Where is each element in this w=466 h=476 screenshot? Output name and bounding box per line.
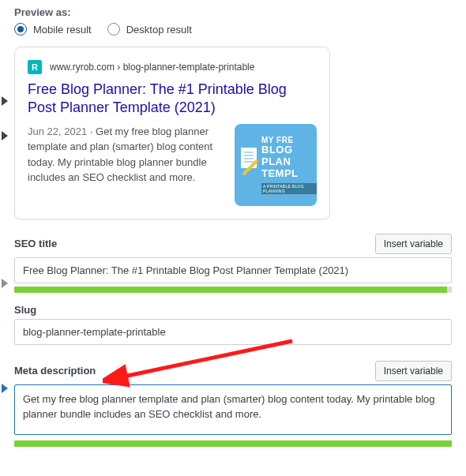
insert-variable-button[interactable]: Insert variable: [375, 361, 452, 381]
search-preview-card: R www.ryrob.com › blog-planner-template-…: [14, 47, 330, 219]
collapse-toggle-icon[interactable]: [2, 96, 8, 106]
favicon-icon: R: [28, 60, 42, 74]
seo-title-input[interactable]: [14, 257, 452, 283]
separator: ·: [90, 126, 96, 137]
collapse-toggle-icon[interactable]: [2, 384, 8, 393]
preview-title-link[interactable]: Free Blog Planner: The #1 Printable Blog…: [28, 81, 317, 118]
breadcrumb: www.ryrob.com › blog-planner-template-pr…: [50, 62, 254, 73]
mobile-result-radio[interactable]: Mobile result: [14, 23, 92, 36]
radio-checked-icon: [14, 23, 27, 36]
insert-variable-button[interactable]: Insert variable: [375, 234, 452, 254]
radio-label: Desktop result: [126, 24, 192, 36]
seo-title-progress: [14, 287, 452, 293]
preview-thumbnail: MY FRE BLOG PLAN TEMPL A PRINTABLE BLOG …: [235, 124, 317, 206]
meta-description-input[interactable]: [14, 384, 452, 435]
collapse-toggle-icon[interactable]: [2, 279, 8, 288]
slug-input[interactable]: [14, 319, 452, 345]
radio-unchecked-icon: [107, 23, 120, 36]
collapse-toggle-icon[interactable]: [2, 131, 8, 141]
meta-description-field: Meta description Insert variable: [14, 361, 452, 447]
preview-mode-radio-group: Mobile result Desktop result: [14, 23, 452, 36]
preview-description: Jun 22, 2021 · Get my free blog planner …: [28, 124, 225, 186]
slug-field: Slug: [14, 304, 452, 345]
radio-label: Mobile result: [33, 24, 92, 36]
preview-date: Jun 22, 2021: [28, 126, 87, 137]
seo-title-field: SEO title Insert variable: [14, 234, 452, 293]
slug-label: Slug: [14, 304, 36, 316]
preview-as-label: Preview as:: [14, 6, 452, 18]
desktop-result-radio[interactable]: Desktop result: [107, 23, 192, 36]
meta-description-progress: [14, 440, 452, 447]
meta-description-label: Meta description: [14, 365, 96, 377]
seo-title-label: SEO title: [14, 238, 57, 249]
